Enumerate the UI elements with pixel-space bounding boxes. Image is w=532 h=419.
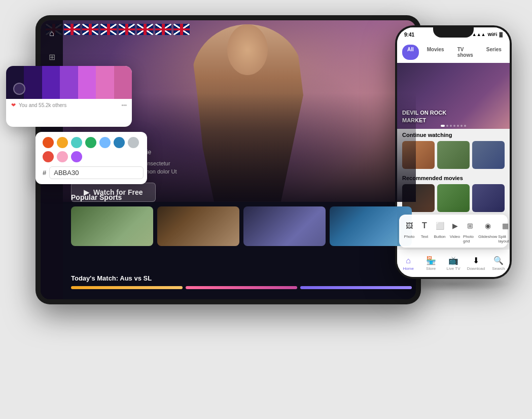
- continue-thumb-3[interactable]: [472, 141, 505, 169]
- nav-home-icon: ⌂: [406, 256, 411, 265]
- nav-search[interactable]: 🔍 Search: [487, 256, 510, 271]
- rec-thumb-2[interactable]: [437, 184, 470, 212]
- tab-series[interactable]: Series: [481, 45, 507, 60]
- phone-status-icons: ▲▲▲ WiFi ▓: [472, 32, 503, 37]
- dot-7: [464, 125, 466, 127]
- toolbar-video-label: Video: [450, 234, 460, 239]
- palette-card: ❤ You and 55.2k others •••: [6, 66, 132, 127]
- color-swatches: [43, 137, 140, 162]
- phone-toolbar: 🖼 Photo T Text ⬜ Button ▶ Video ⊞ Photo …: [399, 215, 508, 248]
- toolbar-photo[interactable]: 🖼 Photo: [402, 219, 416, 243]
- match-bar-1: [71, 286, 183, 289]
- likes-text: You and 55.2k others: [19, 102, 66, 108]
- palette-color-3[interactable]: [42, 66, 60, 99]
- palette-color-5[interactable]: [78, 66, 96, 99]
- palette-color-6[interactable]: [96, 66, 114, 99]
- photogrid-icon: ⊞: [463, 219, 477, 233]
- heart-icon: ❤: [11, 102, 16, 109]
- sports-card-2[interactable]: [157, 206, 239, 246]
- recommended-row: [402, 184, 505, 212]
- dot-6: [460, 125, 463, 127]
- tab-tvshows[interactable]: TV shows: [452, 45, 478, 60]
- match-bar-2: [186, 286, 297, 289]
- phone-notch: [433, 25, 474, 38]
- sports-card-1-bg: [71, 206, 153, 246]
- split-icon: ▦: [498, 219, 510, 233]
- nav-store-label: Store: [426, 266, 436, 271]
- toolbar-photo-label: Photo: [404, 234, 415, 239]
- swatch-orange[interactable]: [43, 137, 54, 148]
- swatch-purple[interactable]: [71, 151, 82, 162]
- swatch-light-blue[interactable]: [99, 137, 111, 148]
- dot-1: [441, 125, 445, 127]
- toolbar-photogrid[interactable]: ⊞ Photo grid: [463, 219, 477, 243]
- swatch-pink[interactable]: [57, 151, 68, 162]
- toolbar-button[interactable]: ⬜ Button: [433, 219, 447, 243]
- popular-sports-title: Popular Sports: [71, 193, 412, 201]
- sports-cards-row: [71, 206, 412, 246]
- video-icon: ▶: [448, 219, 462, 233]
- signal-icon: ▲▲▲: [472, 32, 486, 37]
- palette-circle: [13, 83, 25, 95]
- hex-color-input[interactable]: [49, 166, 144, 179]
- match-section: Today's Match: Aus vs SL: [71, 274, 412, 289]
- dot-2: [446, 125, 448, 127]
- nav-download-icon: ⬇: [473, 256, 479, 265]
- sidebar-home-icon[interactable]: ⌂: [45, 26, 59, 41]
- nav-livetv[interactable]: 📺 Live TV: [442, 256, 465, 271]
- nav-livetv-icon: 📺: [448, 256, 458, 265]
- match-title: Today's Match: Aus vs SL: [71, 274, 412, 282]
- palette-color-4[interactable]: [60, 66, 78, 99]
- color-picker-popup: #: [36, 132, 147, 184]
- sports-card-2-bg: [157, 206, 239, 246]
- text-icon: T: [417, 219, 432, 233]
- phone-bottom-nav: ⌂ Home 🏪 Store 📺 Live TV ⬇ Download 🔍 Se…: [397, 249, 510, 277]
- match-bar-3: [300, 286, 412, 289]
- toolbar-split[interactable]: ▦ Split layout: [498, 219, 510, 243]
- sports-card-1[interactable]: [71, 206, 153, 246]
- continue-thumb-2[interactable]: [437, 141, 470, 169]
- palette-likes-row: ❤ You and 55.2k others •••: [6, 99, 132, 112]
- nav-download-label: Download: [467, 266, 485, 271]
- rec-thumb-3[interactable]: [472, 184, 505, 212]
- nav-search-label: Search: [492, 266, 505, 271]
- toolbar-split-label: Split layout: [498, 234, 510, 243]
- recommended-title: Recommended movies: [402, 175, 505, 181]
- swatch-amber[interactable]: [57, 137, 68, 148]
- swatch-red[interactable]: [43, 151, 54, 162]
- glideshow-icon: ◉: [481, 219, 495, 233]
- toolbar-text-label: Text: [421, 234, 429, 239]
- dot-4: [453, 125, 455, 127]
- toolbar-video[interactable]: ▶ Video: [448, 219, 462, 243]
- palette-more-icon[interactable]: •••: [121, 102, 127, 108]
- palette-color-7[interactable]: [114, 66, 132, 99]
- popular-sports-section: Popular Sports: [71, 193, 412, 246]
- palette-gradient-area: [6, 66, 132, 99]
- continue-watching-title: Continue watching: [402, 132, 505, 138]
- swatch-blue[interactable]: [114, 137, 125, 148]
- palette-color-2[interactable]: [24, 66, 42, 99]
- tab-movies[interactable]: Movies: [422, 45, 449, 60]
- toolbar-text[interactable]: T Text: [417, 219, 432, 243]
- nav-home[interactable]: ⌂ Home: [397, 256, 419, 271]
- phone-carousel-dots: [441, 125, 466, 127]
- sports-card-3-bg: [243, 206, 326, 246]
- hex-input-row: #: [43, 166, 140, 179]
- toolbar-glideshow[interactable]: ◉ Glideshow: [478, 219, 497, 243]
- hex-hash-symbol: #: [43, 169, 46, 177]
- swatch-green[interactable]: [85, 137, 96, 148]
- dot-5: [457, 125, 459, 127]
- toolbar-photogrid-label: Photo grid: [463, 234, 477, 243]
- nav-download[interactable]: ⬇ Download: [465, 256, 487, 271]
- swatch-silver[interactable]: [128, 137, 139, 148]
- swatch-teal[interactable]: [71, 137, 82, 148]
- nav-store[interactable]: 🏪 Store: [419, 256, 442, 271]
- continue-watching-row: [402, 141, 505, 169]
- dot-3: [450, 125, 452, 127]
- nav-store-icon: 🏪: [426, 256, 436, 265]
- sports-card-3[interactable]: [243, 206, 326, 246]
- match-progress-bars: [71, 286, 412, 289]
- nav-home-label: Home: [403, 266, 414, 271]
- toolbar-button-label: Button: [434, 234, 445, 239]
- sidebar-grid-icon[interactable]: ⊞: [45, 50, 59, 64]
